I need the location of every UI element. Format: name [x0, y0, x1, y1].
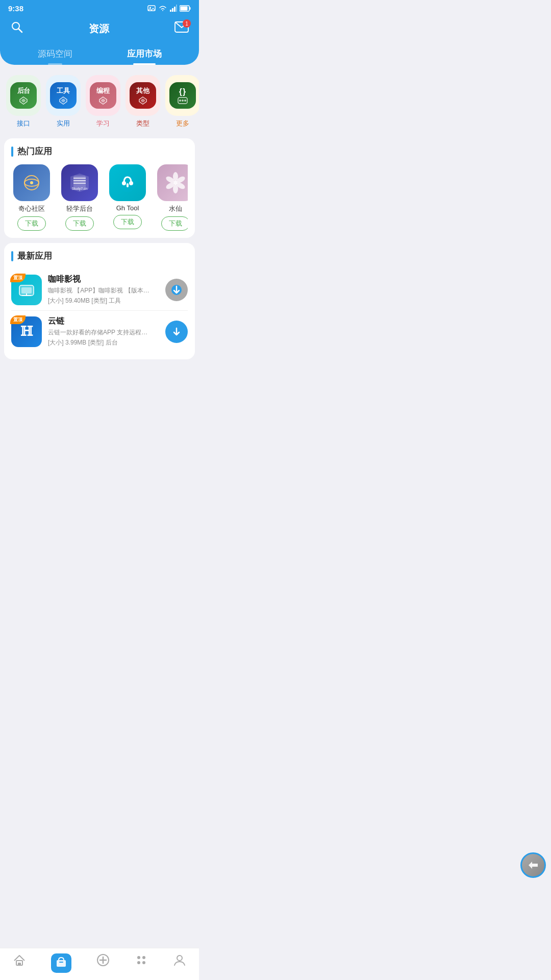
app-list-item-yunlian[interactable]: ℍ 置顶 云链 云链一款好看的存储APP 支持远程文档，... [大小] 3.9…: [11, 311, 188, 352]
shuixian-name: 水仙: [169, 204, 182, 213]
hot-apps-title: 热门应用: [17, 145, 52, 157]
yunlian-info: 云链 云链一款好看的存储APP 支持远程文档，... [大小] 3.99MB […: [48, 316, 159, 347]
status-time: 9:38: [8, 4, 23, 13]
qixin-download[interactable]: 下载: [17, 216, 46, 231]
status-icons: [147, 5, 191, 12]
svg-rect-5: [176, 5, 177, 12]
category-prog[interactable]: 编程 学习: [86, 75, 120, 128]
kafei-app-icon: 置顶: [11, 275, 42, 305]
svg-rect-8: [190, 7, 191, 10]
ghtool-name: Gh Tool: [116, 204, 139, 212]
battery-icon: [180, 5, 191, 12]
tab-market[interactable]: 应用市场: [99, 44, 189, 65]
search-button[interactable]: [10, 20, 23, 37]
kafei-desc: 咖啡影视 【APP】咖啡影视 【版本】V1....: [48, 286, 150, 295]
ghtool-icon: [109, 164, 146, 201]
svg-rect-44: [21, 287, 32, 293]
category-more-label: 更多: [176, 119, 189, 128]
category-prog-label: 学习: [96, 119, 110, 128]
kafei-meta: [大小] 59.40MB [类型] 工具: [48, 297, 159, 305]
svg-rect-7: [181, 6, 188, 10]
category-more[interactable]: {} 更多: [165, 75, 199, 128]
category-api-label: 接口: [17, 119, 30, 128]
svg-line-10: [19, 29, 22, 33]
svg-text:ℍ: ℍ: [20, 324, 33, 339]
tab-bar: 源码空间 应用市场: [10, 44, 189, 65]
status-bar: 9:38: [0, 0, 199, 16]
svg-point-33: [122, 181, 126, 185]
hot-apps-list: 奇心社区 下载 Study7.cn 轻学后台 下载 Gh Tool 下载: [11, 164, 188, 231]
tab-source[interactable]: 源码空间: [10, 44, 99, 65]
study7-name: 轻学后台: [66, 204, 93, 213]
svg-point-1: [149, 7, 151, 9]
category-tool[interactable]: 工具 实用: [46, 75, 81, 128]
hot-app-ghtool[interactable]: Gh Tool 下载: [107, 164, 148, 231]
svg-point-42: [173, 181, 178, 185]
category-other-label: 类型: [136, 119, 149, 128]
ghtool-download[interactable]: 下载: [113, 215, 142, 229]
svg-point-26: [30, 181, 33, 184]
search-icon: [10, 20, 23, 34]
kafei-download-btn[interactable]: [165, 279, 188, 301]
mail-button[interactable]: 1: [174, 21, 189, 36]
svg-text:Study7.cn: Study7.cn: [71, 187, 87, 191]
category-api[interactable]: 后台 接口: [6, 75, 41, 128]
svg-marker-13: [21, 99, 26, 103]
kafei-name: 咖啡影视: [48, 274, 159, 285]
photo-icon: [147, 5, 156, 12]
yunlian-desc: 云链一款好看的存储APP 支持远程文档，...: [48, 328, 150, 337]
hot-apps-indicator: [11, 146, 13, 157]
hot-app-qixin[interactable]: 奇心社区 下载: [11, 164, 52, 231]
hot-apps-section: 热门应用 奇心社区 下载 Study7.cn 轻学后台 下载: [4, 138, 195, 238]
shuixian-icon: [157, 164, 188, 201]
study7-download[interactable]: 下载: [65, 216, 94, 231]
yunlian-download-btn[interactable]: [165, 321, 188, 343]
shuixian-download[interactable]: 下载: [161, 216, 188, 231]
qixin-name: 奇心社区: [18, 204, 45, 213]
app-list-item-kafei[interactable]: 置顶 咖啡影视 咖啡影视 【APP】咖啡影视 【版本】V1.... [大小] 5…: [11, 269, 188, 311]
yunlian-app-icon: ℍ 置顶: [11, 316, 42, 347]
yunlian-name: 云链: [48, 316, 159, 327]
category-tool-label: 实用: [57, 119, 70, 128]
svg-point-21: [179, 100, 181, 102]
latest-apps-section: 最新应用 置顶 咖啡影视 咖啡影视 【APP】咖啡影视 【版本】V1.... […: [4, 243, 195, 359]
header: 资源 1 源码空间 应用市场: [0, 16, 199, 65]
svg-point-32: [118, 174, 137, 192]
svg-marker-17: [101, 99, 105, 103]
kafei-info: 咖啡影视 咖啡影视 【APP】咖啡影视 【版本】V1.... [大小] 59.4…: [48, 274, 159, 305]
svg-rect-3: [172, 8, 173, 12]
svg-point-34: [129, 181, 133, 185]
latest-apps-title: 最新应用: [17, 250, 52, 262]
svg-point-22: [182, 100, 184, 102]
study7-icon: Study7.cn: [61, 164, 98, 201]
mail-badge: 1: [183, 19, 191, 28]
svg-marker-19: [141, 99, 145, 103]
svg-point-23: [184, 100, 186, 102]
wifi-icon: [158, 5, 167, 12]
hot-app-shuixian[interactable]: 水仙 下载: [155, 164, 188, 231]
latest-apps-indicator: [11, 251, 13, 261]
category-other[interactable]: 其他 类型: [126, 75, 160, 128]
qixin-icon: [13, 164, 50, 201]
category-row: 后台 接口 工具 实用 编程 学习: [0, 65, 199, 133]
signal-icon: [170, 5, 177, 12]
svg-marker-15: [61, 99, 65, 103]
svg-rect-4: [174, 7, 176, 12]
page-title: 资源: [23, 22, 174, 36]
svg-rect-2: [170, 10, 171, 12]
hot-app-study7[interactable]: Study7.cn 轻学后台 下载: [59, 164, 100, 231]
svg-rect-35: [127, 183, 129, 187]
kafei-badge: 置顶: [10, 274, 26, 282]
yunlian-meta: [大小] 3.99MB [类型] 后台: [48, 338, 159, 347]
